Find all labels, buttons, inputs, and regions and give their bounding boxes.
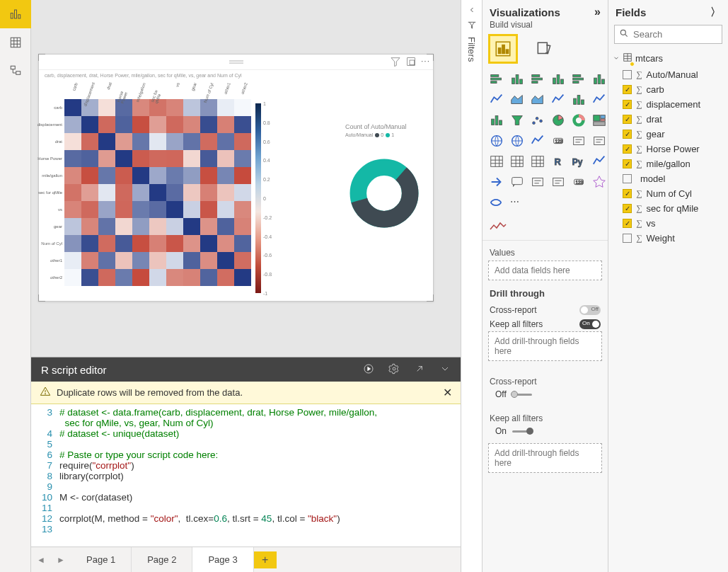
viz-line-clustered[interactable] (550, 91, 567, 108)
collapse-editor-icon[interactable] (439, 363, 451, 377)
cross-report-toggle[interactable]: Off (579, 305, 601, 315)
checkbox[interactable] (623, 70, 632, 79)
checkbox[interactable] (623, 219, 632, 228)
viz-table[interactable] (529, 153, 546, 170)
viz-gauge[interactable]: 123 (550, 132, 567, 149)
keep-filters-slider[interactable] (512, 430, 532, 433)
close-icon[interactable]: ✕ (443, 386, 452, 399)
viz-multi-card[interactable] (591, 132, 608, 149)
report-canvas[interactable]: ··· carb, displacement, drat, Horse Powe… (31, 0, 461, 357)
viz-line[interactable] (488, 91, 505, 108)
checkbox[interactable] (623, 115, 632, 124)
fields-search[interactable] (614, 25, 722, 44)
run-script-icon[interactable] (363, 363, 374, 377)
keep-filters-toggle[interactable]: On (579, 319, 601, 329)
field-auto-manual[interactable]: ∑ Auto/Manual (608, 67, 728, 82)
checkbox[interactable] (623, 204, 632, 213)
field-mile-gallon[interactable]: ∑ mile/gallon (608, 156, 728, 171)
values-dropzone[interactable]: Add data fields here (488, 261, 602, 280)
more-icon[interactable]: ··· (421, 56, 430, 69)
collapse-viz-icon[interactable]: » (594, 6, 601, 18)
page-tab[interactable]: Page 3 (192, 547, 253, 572)
viz-extra[interactable] (488, 195, 504, 212)
checkbox[interactable] (623, 130, 632, 139)
viz-more-menu[interactable]: ⋯ (507, 195, 523, 212)
field-gear[interactable]: ∑ gear (608, 127, 728, 142)
viz-funnel[interactable] (509, 112, 526, 129)
search-input[interactable] (633, 29, 717, 40)
viz-card[interactable] (570, 132, 587, 149)
field-weight[interactable]: ∑ Weight (608, 231, 728, 246)
viz-key-influencers[interactable] (591, 153, 608, 170)
viz-waterfall[interactable] (488, 112, 505, 129)
model-view-icon[interactable] (0, 57, 31, 85)
format-visual-mode[interactable] (531, 35, 557, 62)
viz-donut[interactable] (570, 112, 587, 129)
viz-r-visual[interactable]: R (550, 153, 567, 170)
checkbox[interactable] (623, 85, 632, 94)
viz-treemap[interactable] (591, 112, 608, 129)
viz-area[interactable] (509, 91, 526, 108)
viz-stacked-column[interactable] (529, 71, 546, 88)
viz-pie[interactable] (550, 112, 567, 129)
viz-ribbon[interactable] (591, 91, 608, 108)
viz-py-visual[interactable]: Py (570, 153, 587, 170)
script-options-icon[interactable] (388, 363, 400, 377)
expand-filters-icon[interactable] (468, 6, 476, 16)
field-drat[interactable]: ∑ drat (608, 112, 728, 127)
viz-azure-map[interactable] (529, 132, 546, 149)
viz-filled-map[interactable] (509, 132, 526, 149)
viz-clustered-bar[interactable] (509, 71, 526, 88)
viz-slicer[interactable] (509, 153, 526, 170)
cross-report-slider[interactable] (512, 394, 532, 396)
field-carb[interactable]: ∑ carb (608, 82, 728, 97)
field-horse-power[interactable]: ∑ Horse Power (608, 142, 728, 156)
viz-qa[interactable] (509, 173, 526, 190)
viz-stacked-bar[interactable] (488, 71, 505, 88)
drillthrough-dropzone-2[interactable]: Add drill-through fields here (488, 443, 602, 473)
viz-stacked-bar-100[interactable] (570, 71, 587, 88)
collapse-fields-icon[interactable]: 〉 (710, 6, 721, 19)
viz-stacked-area[interactable] (529, 91, 546, 108)
checkbox[interactable] (623, 234, 632, 243)
report-view-icon[interactable] (0, 0, 31, 28)
viz-map[interactable] (488, 132, 505, 149)
data-view-icon[interactable] (0, 28, 31, 57)
field-model[interactable]: model (608, 171, 728, 186)
viz-line-stacked[interactable] (570, 91, 587, 108)
checkbox[interactable] (623, 174, 632, 183)
add-page-button[interactable]: + (254, 551, 277, 568)
visual-header[interactable]: ··· (39, 55, 433, 70)
popout-icon[interactable] (414, 363, 425, 377)
field-sec-for-qmile[interactable]: ∑ sec for qMile (608, 201, 728, 216)
field-vs[interactable]: ∑ vs (608, 216, 728, 231)
viz-custom[interactable] (591, 173, 608, 190)
drillthrough-dropzone[interactable]: Add drill-through fields here (488, 331, 602, 361)
code-area[interactable]: 3# dataset <- data.frame(carb, displacem… (31, 404, 461, 547)
checkbox[interactable] (623, 100, 632, 109)
field-displacement[interactable]: ∑ displacement (608, 97, 728, 112)
viz-kpi[interactable] (488, 153, 505, 170)
checkbox[interactable] (623, 159, 632, 168)
r-visual[interactable]: ··· carb, displacement, drat, Horse Powe… (38, 54, 434, 302)
table-node-mtcars[interactable]: mtcars (608, 48, 728, 67)
page-tab[interactable]: Page 2 (132, 547, 192, 572)
viz-paginated[interactable] (550, 173, 567, 190)
build-visual-mode[interactable] (490, 35, 516, 62)
viz-decomp[interactable] (488, 173, 505, 190)
page-tab[interactable]: Page 1 (71, 547, 132, 572)
viz-scatter[interactable] (529, 112, 546, 129)
filter-icon[interactable] (390, 56, 401, 69)
viz-clustered-column[interactable] (550, 71, 567, 88)
focus-icon[interactable] (405, 56, 417, 69)
viz-clustered-column-100[interactable] (591, 71, 608, 88)
checkbox[interactable] (623, 189, 632, 198)
filters-pane-collapsed[interactable]: Filters (461, 0, 482, 572)
field-num-of-cyl[interactable]: ∑ Num of Cyl (608, 186, 728, 201)
viz-powerapp[interactable]: 123 (570, 173, 587, 190)
viz-narrative[interactable] (529, 173, 546, 190)
checkbox[interactable] (623, 144, 632, 154)
view-rail (0, 0, 31, 572)
prev-page-icon[interactable]: ◄ (31, 547, 51, 572)
next-page-icon[interactable]: ► (51, 547, 71, 572)
